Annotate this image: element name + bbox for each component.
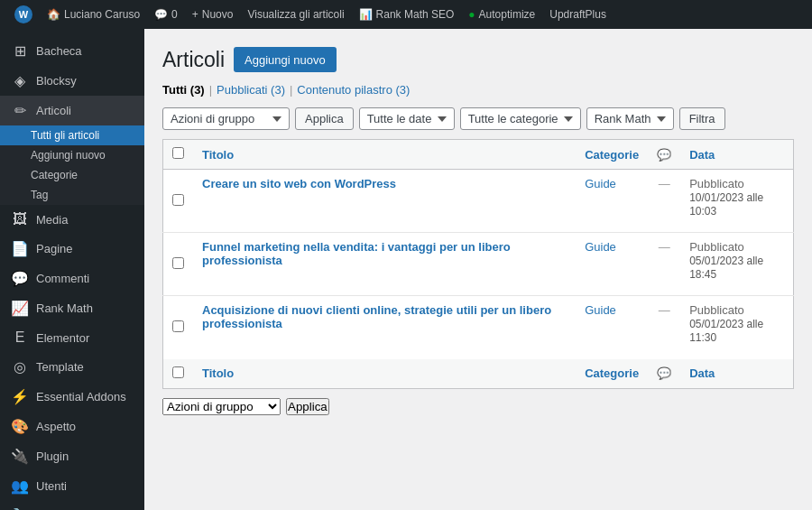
autoptimize-icon: ● <box>468 8 475 21</box>
row3-category-link[interactable]: Guide <box>585 303 616 317</box>
sidebar-item-tags[interactable]: Tag <box>0 185 144 205</box>
sidebar-item-utenti[interactable]: 👥 Utenti <box>0 471 144 501</box>
dashboard-icon: ⊞ <box>11 42 29 60</box>
rankmath-label: Rank Math SEO <box>376 8 455 21</box>
comments-menu-icon: 💬 <box>11 270 29 287</box>
row3-checkbox-cell <box>163 296 194 359</box>
sidebar-item-all-posts[interactable]: Tutti gli articoli <box>0 125 144 145</box>
footer-checkbox-col <box>163 359 194 389</box>
sidebar-item-categories[interactable]: Categorie <box>0 165 144 185</box>
row1-category-link[interactable]: Guide <box>585 177 616 190</box>
row2-comments-cell: — <box>648 233 680 296</box>
row1-comments-cell: — <box>648 170 680 233</box>
header-title-col[interactable]: Titolo <box>193 140 576 170</box>
sidebar-item-add-new[interactable]: Aggiungi nuovo <box>0 145 144 165</box>
footer-select-all-checkbox[interactable] <box>172 366 184 378</box>
footer-comments-col: 💬 <box>648 359 680 389</box>
category-filter-select[interactable]: Tutte le categorie <box>460 107 581 130</box>
sidebar-item-aspetto[interactable]: 🎨 Aspetto <box>0 412 144 441</box>
row3-checkbox[interactable] <box>172 320 184 332</box>
filter-button[interactable]: Filtra <box>679 107 725 130</box>
wp-logo-button[interactable]: W <box>7 0 40 29</box>
page-title: Articoli <box>162 48 225 72</box>
add-new-label: Aggiungi nuovo <box>31 149 106 162</box>
sidebar-item-pagine[interactable]: 📄 Pagine <box>0 234 144 264</box>
sidebar-item-label: Commenti <box>36 272 89 285</box>
table-row: Creare un sito web con WordPress Guide —… <box>163 170 794 233</box>
date-filter-select[interactable]: Tutte le date <box>359 107 455 130</box>
sidebar-item-articoli[interactable]: ✏ Articoli <box>0 96 144 125</box>
autoptimize-button[interactable]: ● Autoptimize <box>461 0 542 29</box>
footer-categories-col[interactable]: Categorie <box>576 359 648 389</box>
sidebar-item-commenti[interactable]: 💬 Commenti <box>0 264 144 293</box>
appearance-icon: 🎨 <box>11 418 29 435</box>
header-date-col[interactable]: Data <box>680 140 793 170</box>
bottom-apply-button[interactable]: Applica <box>286 398 329 415</box>
subnav-pubblicati[interactable]: Pubblicati (3) <box>217 83 285 97</box>
new-content-button[interactable]: + Nuovo <box>185 0 241 29</box>
pubblicati-count: (3) <box>271 83 285 97</box>
row3-comments-cell: — <box>648 296 680 359</box>
sidebar-item-media[interactable]: 🖼 Media <box>0 205 144 234</box>
tutti-count: (3) <box>190 83 205 97</box>
rankmath-button[interactable]: 📊 Rank Math SEO <box>352 0 462 29</box>
updraftplus-label: UpdraftPlus <box>549 8 606 21</box>
comments-icon: 💬 <box>154 8 168 21</box>
sidebar-item-essential-addons[interactable]: ⚡ Essential Addons <box>0 382 144 412</box>
sidebar-item-bacheca[interactable]: ⊞ Bacheca <box>0 36 144 66</box>
row3-title-cell: Acquisizione di nuovi clienti online, st… <box>193 296 576 359</box>
sidebar-item-rankmath[interactable]: 📈 Rank Math <box>0 293 144 323</box>
row2-title-cell: Funnel marketing nella vendita: i vantag… <box>193 233 576 296</box>
categories-label: Categorie <box>31 169 78 181</box>
site-name-icon: 🏠 <box>47 8 60 21</box>
bottom-bulk-action-select[interactable]: Azioni di gruppo Modifica Sposta nel ces… <box>162 398 281 415</box>
row3-title-link[interactable]: Acquisizione di nuovi clienti online, st… <box>202 303 551 330</box>
source-filter-select[interactable]: Rank Math <box>586 107 674 130</box>
site-name-button[interactable]: 🏠 Luciano Caruso <box>40 0 147 29</box>
sidebar-item-blocksy[interactable]: ◈ Blocksy <box>0 66 144 96</box>
new-content-label: Nuovo <box>202 8 234 21</box>
sidebar-item-label: Bacheca <box>36 44 82 58</box>
row1-title-cell: Creare un sito web con WordPress <box>193 170 576 233</box>
sidebar-item-label: Blocksy <box>36 74 77 88</box>
posts-submenu: Tutti gli articoli Aggiungi nuovo Catego… <box>0 125 144 205</box>
subnav-contenuto-pilastro[interactable]: Contenuto pilastro (3) <box>297 83 410 97</box>
row1-title-link[interactable]: Creare un sito web con WordPress <box>202 177 396 190</box>
view-posts-button[interactable]: Visualizza gli articoli <box>240 0 351 29</box>
table-row: Acquisizione di nuovi clienti online, st… <box>163 296 794 359</box>
tags-label: Tag <box>31 189 48 201</box>
row2-title-link[interactable]: Funnel marketing nella vendita: i vantag… <box>202 240 511 267</box>
footer-date-col[interactable]: Data <box>680 359 793 389</box>
sidebar-item-label: Plugin <box>36 450 69 463</box>
main-content: Articoli Aggiungi nuovo Tutti (3) | Pubb… <box>144 29 812 510</box>
row1-status: Pubblicato <box>689 177 744 190</box>
sidebar-item-label: Rank Math <box>36 301 93 315</box>
sidebar-item-elementor[interactable]: E Elementor <box>0 323 144 352</box>
select-all-checkbox[interactable] <box>172 147 184 159</box>
sidebar-item-plugin[interactable]: 🔌 Plugin <box>0 441 144 471</box>
add-new-button[interactable]: Aggiungi nuovo <box>234 47 337 72</box>
posts-subnav: Tutti (3) | Pubblicati (3) | Contenuto p… <box>162 83 794 97</box>
subnav-tutti[interactable]: Tutti (3) <box>162 83 205 97</box>
plugins-icon: 🔌 <box>11 448 29 465</box>
row1-checkbox[interactable] <box>172 194 184 206</box>
row2-checkbox[interactable] <box>172 257 184 269</box>
row1-checkbox-cell <box>163 170 194 233</box>
row3-category-cell: Guide <box>576 296 648 359</box>
row1-comment-dash: — <box>659 177 670 190</box>
row1-date: 10/01/2023 alle 10:03 <box>689 191 763 218</box>
sidebar-item-strumenti[interactable]: 🔧 Strumenti <box>0 501 144 510</box>
row3-comment-dash: — <box>659 303 670 317</box>
admin-bar: W 🏠 Luciano Caruso 💬 0 + Nuovo Visualizz… <box>0 0 812 29</box>
sidebar-item-template[interactable]: ◎ Template <box>0 352 144 382</box>
apply-bulk-action-button[interactable]: Applica <box>295 107 354 130</box>
header-categories-col[interactable]: Categorie <box>576 140 648 170</box>
row2-category-link[interactable]: Guide <box>585 240 616 254</box>
updraftplus-button[interactable]: UpdraftPlus <box>542 0 614 29</box>
comments-button[interactable]: 💬 0 <box>147 0 185 29</box>
posts-table: Titolo Categorie 💬 Data <box>162 139 794 389</box>
bulk-action-select[interactable]: Azioni di gruppo Modifica Sposta nel ces… <box>162 107 290 130</box>
footer-title-col[interactable]: Titolo <box>193 359 576 389</box>
all-posts-label: Tutti gli articoli <box>31 129 99 142</box>
sidebar-item-label: Utenti <box>36 479 67 493</box>
